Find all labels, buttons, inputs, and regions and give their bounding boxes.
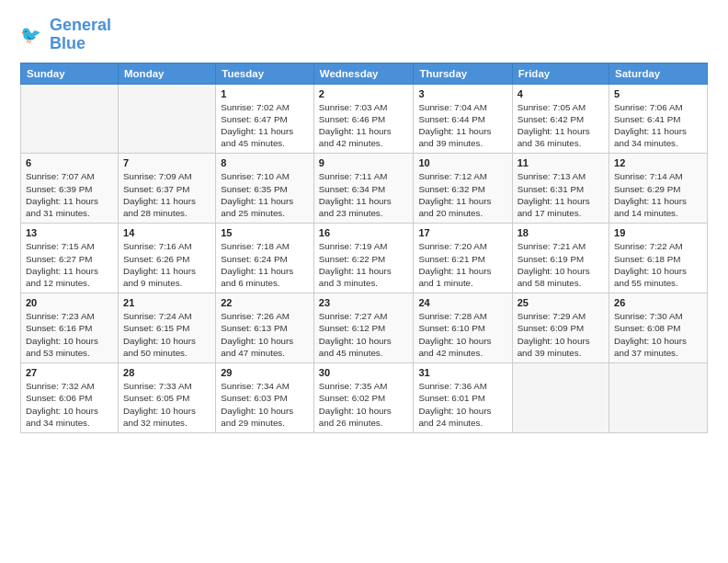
calendar-week-row: 6Sunrise: 7:07 AM Sunset: 6:39 PM Daylig…	[21, 154, 708, 224]
day-info: Sunrise: 7:02 AM Sunset: 6:47 PM Dayligh…	[221, 101, 309, 150]
day-info: Sunrise: 7:07 AM Sunset: 6:39 PM Dayligh…	[26, 170, 113, 219]
day-number: 26	[614, 297, 702, 308]
day-info: Sunrise: 7:16 AM Sunset: 6:26 PM Dayligh…	[123, 240, 210, 289]
day-number: 12	[614, 157, 702, 168]
day-number: 13	[26, 227, 113, 238]
calendar-cell: 23Sunrise: 7:27 AM Sunset: 6:12 PM Dayli…	[313, 293, 414, 363]
day-info: Sunrise: 7:13 AM Sunset: 6:31 PM Dayligh…	[518, 170, 604, 219]
calendar-week-row: 1Sunrise: 7:02 AM Sunset: 6:47 PM Daylig…	[21, 84, 708, 154]
calendar-cell	[512, 363, 609, 433]
day-number: 10	[418, 157, 506, 168]
day-number: 7	[123, 157, 210, 168]
calendar-cell: 15Sunrise: 7:18 AM Sunset: 6:24 PM Dayli…	[216, 224, 314, 293]
weekday-header-saturday: Saturday	[609, 63, 708, 84]
day-info: Sunrise: 7:04 AM Sunset: 6:44 PM Dayligh…	[418, 101, 506, 150]
day-number: 1	[221, 88, 309, 99]
calendar-cell: 26Sunrise: 7:30 AM Sunset: 6:08 PM Dayli…	[609, 293, 708, 363]
day-info: Sunrise: 7:12 AM Sunset: 6:32 PM Dayligh…	[418, 170, 506, 219]
day-info: Sunrise: 7:32 AM Sunset: 6:06 PM Dayligh…	[26, 380, 113, 429]
day-number: 15	[221, 227, 309, 238]
day-number: 21	[123, 297, 210, 308]
day-info: Sunrise: 7:35 AM Sunset: 6:02 PM Dayligh…	[319, 380, 409, 429]
day-info: Sunrise: 7:28 AM Sunset: 6:10 PM Dayligh…	[418, 310, 506, 359]
logo-text: General Blue	[50, 17, 111, 53]
calendar-cell: 24Sunrise: 7:28 AM Sunset: 6:10 PM Dayli…	[414, 293, 512, 363]
day-info: Sunrise: 7:06 AM Sunset: 6:41 PM Dayligh…	[614, 101, 702, 150]
calendar-cell: 29Sunrise: 7:34 AM Sunset: 6:03 PM Dayli…	[216, 363, 314, 433]
logo: 🐦 General Blue	[20, 17, 111, 53]
day-number: 4	[518, 88, 604, 99]
calendar-cell: 28Sunrise: 7:33 AM Sunset: 6:05 PM Dayli…	[119, 363, 216, 433]
day-info: Sunrise: 7:30 AM Sunset: 6:08 PM Dayligh…	[614, 310, 702, 359]
weekday-header-row: SundayMondayTuesdayWednesdayThursdayFrid…	[21, 63, 708, 84]
day-info: Sunrise: 7:09 AM Sunset: 6:37 PM Dayligh…	[123, 170, 210, 219]
calendar-cell: 1Sunrise: 7:02 AM Sunset: 6:47 PM Daylig…	[216, 84, 314, 154]
day-number: 2	[319, 88, 409, 99]
day-number: 22	[221, 297, 309, 308]
weekday-header-wednesday: Wednesday	[313, 63, 414, 84]
day-info: Sunrise: 7:18 AM Sunset: 6:24 PM Dayligh…	[221, 240, 309, 289]
day-info: Sunrise: 7:24 AM Sunset: 6:15 PM Dayligh…	[123, 310, 210, 359]
header: 🐦 General Blue	[20, 17, 708, 53]
day-number: 6	[26, 157, 113, 168]
calendar-cell	[21, 84, 119, 154]
calendar-cell: 6Sunrise: 7:07 AM Sunset: 6:39 PM Daylig…	[21, 154, 119, 224]
calendar-cell: 14Sunrise: 7:16 AM Sunset: 6:26 PM Dayli…	[119, 224, 216, 293]
calendar-cell: 16Sunrise: 7:19 AM Sunset: 6:22 PM Dayli…	[313, 224, 414, 293]
calendar-week-row: 20Sunrise: 7:23 AM Sunset: 6:16 PM Dayli…	[21, 293, 708, 363]
day-info: Sunrise: 7:11 AM Sunset: 6:34 PM Dayligh…	[319, 170, 409, 219]
calendar-cell: 9Sunrise: 7:11 AM Sunset: 6:34 PM Daylig…	[313, 154, 414, 224]
day-number: 25	[518, 297, 604, 308]
calendar-cell: 17Sunrise: 7:20 AM Sunset: 6:21 PM Dayli…	[414, 224, 512, 293]
calendar-cell: 2Sunrise: 7:03 AM Sunset: 6:46 PM Daylig…	[313, 84, 414, 154]
day-number: 20	[26, 297, 113, 308]
calendar-cell: 30Sunrise: 7:35 AM Sunset: 6:02 PM Dayli…	[313, 363, 414, 433]
calendar-cell: 18Sunrise: 7:21 AM Sunset: 6:19 PM Dayli…	[512, 224, 609, 293]
weekday-header-sunday: Sunday	[21, 63, 119, 84]
day-info: Sunrise: 7:29 AM Sunset: 6:09 PM Dayligh…	[518, 310, 604, 359]
calendar-cell: 31Sunrise: 7:36 AM Sunset: 6:01 PM Dayli…	[414, 363, 512, 433]
weekday-header-friday: Friday	[512, 63, 609, 84]
day-number: 27	[26, 367, 113, 378]
calendar-week-row: 27Sunrise: 7:32 AM Sunset: 6:06 PM Dayli…	[21, 363, 708, 433]
calendar-cell	[119, 84, 216, 154]
day-info: Sunrise: 7:03 AM Sunset: 6:46 PM Dayligh…	[319, 101, 409, 150]
calendar-cell: 3Sunrise: 7:04 AM Sunset: 6:44 PM Daylig…	[414, 84, 512, 154]
calendar-cell: 13Sunrise: 7:15 AM Sunset: 6:27 PM Dayli…	[21, 224, 119, 293]
calendar-week-row: 13Sunrise: 7:15 AM Sunset: 6:27 PM Dayli…	[21, 224, 708, 293]
calendar-cell: 7Sunrise: 7:09 AM Sunset: 6:37 PM Daylig…	[119, 154, 216, 224]
page: 🐦 General Blue SundayMondayTuesdayWednes…	[0, 0, 728, 563]
calendar-cell: 10Sunrise: 7:12 AM Sunset: 6:32 PM Dayli…	[414, 154, 512, 224]
day-info: Sunrise: 7:21 AM Sunset: 6:19 PM Dayligh…	[518, 240, 604, 289]
day-info: Sunrise: 7:27 AM Sunset: 6:12 PM Dayligh…	[319, 310, 409, 359]
day-number: 30	[319, 367, 409, 378]
day-number: 5	[614, 88, 702, 99]
day-number: 29	[221, 367, 309, 378]
day-info: Sunrise: 7:34 AM Sunset: 6:03 PM Dayligh…	[221, 380, 309, 429]
calendar-cell: 11Sunrise: 7:13 AM Sunset: 6:31 PM Dayli…	[512, 154, 609, 224]
weekday-header-tuesday: Tuesday	[216, 63, 314, 84]
day-info: Sunrise: 7:05 AM Sunset: 6:42 PM Dayligh…	[518, 101, 604, 150]
calendar-cell: 25Sunrise: 7:29 AM Sunset: 6:09 PM Dayli…	[512, 293, 609, 363]
day-info: Sunrise: 7:33 AM Sunset: 6:05 PM Dayligh…	[123, 380, 210, 429]
weekday-header-thursday: Thursday	[414, 63, 512, 84]
day-number: 8	[221, 157, 309, 168]
day-info: Sunrise: 7:22 AM Sunset: 6:18 PM Dayligh…	[614, 240, 702, 289]
day-info: Sunrise: 7:20 AM Sunset: 6:21 PM Dayligh…	[418, 240, 506, 289]
day-info: Sunrise: 7:26 AM Sunset: 6:13 PM Dayligh…	[221, 310, 309, 359]
calendar-cell: 20Sunrise: 7:23 AM Sunset: 6:16 PM Dayli…	[21, 293, 119, 363]
day-number: 16	[319, 227, 409, 238]
day-number: 9	[319, 157, 409, 168]
day-number: 23	[319, 297, 409, 308]
calendar-table: SundayMondayTuesdayWednesdayThursdayFrid…	[20, 63, 708, 433]
day-number: 19	[614, 227, 702, 238]
day-info: Sunrise: 7:36 AM Sunset: 6:01 PM Dayligh…	[418, 380, 506, 429]
day-info: Sunrise: 7:10 AM Sunset: 6:35 PM Dayligh…	[221, 170, 309, 219]
day-number: 17	[418, 227, 506, 238]
calendar-cell: 21Sunrise: 7:24 AM Sunset: 6:15 PM Dayli…	[119, 293, 216, 363]
day-number: 3	[418, 88, 506, 99]
day-info: Sunrise: 7:15 AM Sunset: 6:27 PM Dayligh…	[26, 240, 113, 289]
calendar-cell	[609, 363, 708, 433]
calendar-cell: 12Sunrise: 7:14 AM Sunset: 6:29 PM Dayli…	[609, 154, 708, 224]
day-info: Sunrise: 7:14 AM Sunset: 6:29 PM Dayligh…	[614, 170, 702, 219]
